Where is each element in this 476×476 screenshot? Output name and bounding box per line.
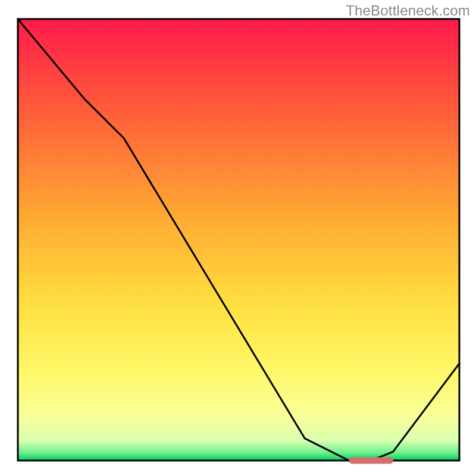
watermark-text: TheBottleneck.com xyxy=(346,2,470,19)
chart-background xyxy=(18,19,459,461)
chart-container: TheBottleneck.com xyxy=(0,0,476,476)
bottleneck-chart xyxy=(0,0,476,476)
optimal-marker xyxy=(349,458,393,464)
